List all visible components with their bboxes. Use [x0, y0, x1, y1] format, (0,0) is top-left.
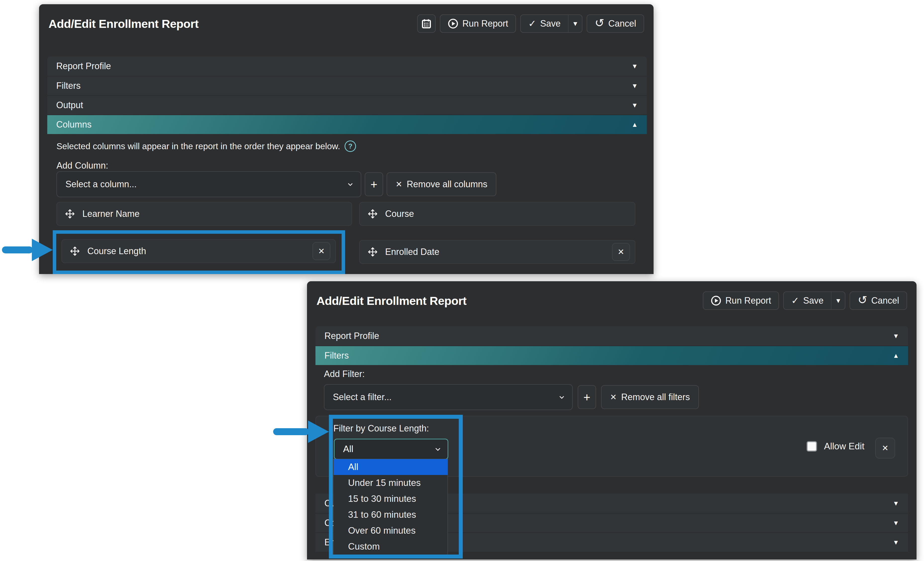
- caret-down-icon: ▼: [892, 519, 899, 527]
- caret-down-icon: ▼: [892, 500, 899, 507]
- arrow-shaft: [2, 247, 33, 253]
- add-column-label: Add Column:: [57, 160, 108, 171]
- screen: Add/Edit Enrollment Report: [0, 0, 924, 561]
- arrow-head: [32, 239, 53, 261]
- close-icon: ✕: [882, 443, 889, 453]
- enrollment-report-panel-filters: Add/Edit Enrollment Report Run Report ✓ …: [307, 281, 916, 560]
- allow-edit-control[interactable]: Allow Edit: [807, 441, 864, 452]
- add-filter-label: Add Filter:: [324, 369, 365, 379]
- calendar-icon: [421, 18, 432, 29]
- plus-icon: +: [370, 178, 377, 191]
- section-output[interactable]: Output ▼: [47, 95, 647, 115]
- help-icon[interactable]: ?: [345, 141, 356, 152]
- column-item-label: Course Length: [87, 246, 146, 256]
- close-icon: ✕: [318, 247, 325, 256]
- column-item-course[interactable]: Course: [359, 202, 635, 226]
- column-item-enrolled-date[interactable]: Enrolled Date ✕: [359, 240, 635, 264]
- move-icon[interactable]: [368, 247, 378, 257]
- move-icon[interactable]: [70, 246, 80, 256]
- save-label: Save: [540, 18, 561, 29]
- close-icon: ✕: [396, 180, 402, 188]
- run-report-button[interactable]: Run Report: [440, 14, 516, 33]
- cancel-label: Cancel: [608, 18, 636, 29]
- caret-down-icon: ▼: [632, 63, 638, 70]
- save-button[interactable]: ✓ Save: [783, 292, 831, 310]
- allow-edit-label: Allow Edit: [824, 441, 864, 452]
- plus-icon: +: [584, 390, 590, 404]
- chevron-down-icon: [346, 180, 354, 188]
- cancel-button[interactable]: ↺ Cancel: [586, 14, 644, 33]
- panel2-header: Add/Edit Enrollment Report Run Report ✓ …: [316, 287, 907, 314]
- caret-up-icon: ▲: [632, 121, 638, 129]
- column-item-learner-name[interactable]: Learner Name: [57, 202, 352, 226]
- column-item-label: Enrolled Date: [385, 247, 440, 257]
- arrow-shaft: [273, 428, 309, 435]
- remove-all-columns-label: Remove all columns: [407, 179, 488, 190]
- course-length-highlight-box: Course Length ✕: [53, 230, 345, 274]
- move-icon[interactable]: [368, 209, 378, 219]
- cancel-label: Cancel: [871, 295, 899, 306]
- run-report-button[interactable]: Run Report: [703, 292, 779, 310]
- columns-instructions-text: Selected columns will appear in the repo…: [57, 141, 340, 151]
- filter-select-value: Select a filter...: [333, 392, 392, 402]
- enrollment-report-panel-columns: Add/Edit Enrollment Report: [39, 4, 654, 274]
- save-options-dropdown-button[interactable]: ▼: [831, 292, 845, 310]
- remove-all-columns-button[interactable]: ✕ Remove all columns: [387, 172, 496, 196]
- section-label: Filters: [56, 81, 81, 91]
- add-column-button[interactable]: +: [365, 172, 383, 196]
- close-icon: ✕: [610, 393, 617, 401]
- remove-all-filters-button[interactable]: ✕ Remove all filters: [601, 385, 699, 409]
- column-select[interactable]: Select a column...: [57, 171, 361, 197]
- check-icon: ✓: [791, 296, 799, 305]
- save-split-button: ✓ Save ▼: [783, 292, 845, 310]
- check-icon: ✓: [528, 19, 536, 28]
- panel1-header: Add/Edit Enrollment Report: [48, 10, 644, 37]
- add-column-row: Select a column... + ✕ Remove all column…: [57, 171, 496, 197]
- chevron-down-icon: [558, 393, 566, 401]
- caret-down-icon: ▼: [632, 82, 638, 90]
- run-report-label: Run Report: [462, 18, 508, 29]
- save-button[interactable]: ✓ Save: [520, 14, 568, 33]
- panel2-toolbar: Run Report ✓ Save ▼ ↺ Cancel: [703, 292, 907, 310]
- remove-enrolled-date-button[interactable]: ✕: [612, 243, 630, 261]
- arrow-head: [308, 420, 329, 443]
- move-icon[interactable]: [65, 209, 75, 219]
- column-select-value: Select a column...: [65, 179, 136, 190]
- caret-up-icon: ▲: [892, 352, 899, 360]
- remove-all-filters-label: Remove all filters: [621, 392, 690, 402]
- remove-filter-button[interactable]: ✕: [875, 438, 895, 459]
- play-circle-icon: [448, 18, 458, 29]
- column-item-course-length[interactable]: Course Length ✕: [62, 239, 336, 263]
- caret-down-icon: ▼: [892, 332, 899, 340]
- section-filters-expanded[interactable]: Filters ▲: [315, 346, 908, 365]
- save-label: Save: [803, 295, 824, 306]
- section-label: Report Profile: [324, 331, 379, 341]
- section-filters[interactable]: Filters ▼: [47, 76, 647, 95]
- save-options-dropdown-button[interactable]: ▼: [568, 14, 582, 33]
- remove-course-length-button[interactable]: ✕: [312, 242, 330, 260]
- cancel-button[interactable]: ↺ Cancel: [850, 292, 907, 310]
- filter-select[interactable]: Select a filter...: [324, 384, 573, 410]
- caret-down-icon: ▼: [835, 297, 842, 305]
- section-report-profile[interactable]: Report Profile ▼: [47, 57, 647, 76]
- allow-edit-checkbox[interactable]: [807, 441, 817, 452]
- filter-highlight-box: [329, 415, 463, 558]
- section-columns-expanded[interactable]: Columns ▲: [47, 115, 647, 134]
- panel1-toolbar: Run Report ✓ Save ▼ ↺ Cancel: [417, 14, 644, 33]
- schedule-report-button[interactable]: [417, 14, 436, 33]
- columns-instructions: Selected columns will appear in the repo…: [57, 141, 356, 152]
- panel2-accordion-top: Report Profile ▼ Filters ▲: [315, 326, 908, 365]
- section-label: Report Profile: [56, 61, 111, 71]
- add-filter-button[interactable]: +: [578, 385, 596, 409]
- section-report-profile[interactable]: Report Profile ▼: [315, 326, 908, 346]
- page-title: Add/Edit Enrollment Report: [48, 17, 198, 31]
- undo-icon: ↺: [858, 294, 867, 306]
- page-title: Add/Edit Enrollment Report: [316, 294, 466, 308]
- caret-down-icon: ▼: [892, 539, 899, 546]
- section-label: Output: [56, 100, 83, 111]
- run-report-label: Run Report: [725, 295, 771, 306]
- column-item-label: Learner Name: [82, 209, 140, 219]
- undo-icon: ↺: [595, 17, 604, 28]
- save-split-button: ✓ Save ▼: [520, 14, 582, 33]
- add-filter-row: Select a filter... + ✕ Remove all filter…: [324, 384, 699, 410]
